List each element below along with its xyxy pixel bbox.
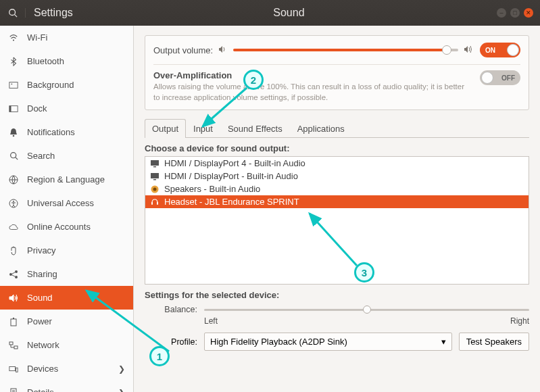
speaker-icon (149, 185, 160, 194)
device-label: Headset - JBL Endurance SPRINT (164, 197, 299, 207)
sidebar-item-label: Universal Access (27, 198, 94, 208)
svg-line-1 (14, 15, 17, 18)
sidebar-item-label: Region & Language (27, 174, 105, 185)
search-button[interactable] (0, 8, 26, 18)
device-item[interactable]: HDMI / DisplayPort 4 - Built-in Audio (145, 157, 529, 170)
selected-settings-label: Settings for the selected device: (145, 290, 529, 300)
monitor-icon (149, 159, 160, 168)
sidebar-item-label: Bluetooth (27, 56, 64, 66)
overamp-toggle[interactable]: OFF (480, 70, 520, 85)
sidebar-item-power[interactable]: Power (0, 310, 133, 333)
overamp-desc: Allows raising the volume above 100%. Th… (153, 82, 472, 103)
svg-point-0 (9, 9, 15, 16)
details-icon (8, 388, 19, 393)
bluetooth-icon (8, 57, 19, 66)
sidebar-item-label: Online Accounts (27, 222, 91, 232)
profile-select[interactable]: High Fidelity Playback (A2DP Sink)▾ (204, 333, 452, 351)
svg-rect-20 (9, 366, 16, 370)
sidebar-item-label: Power (27, 316, 52, 326)
output-volume-slider[interactable] (233, 45, 458, 55)
svg-rect-27 (151, 173, 159, 178)
sound-icon (8, 294, 19, 302)
svg-rect-31 (151, 202, 153, 205)
devices-icon (8, 365, 19, 373)
sidebar-item-background[interactable]: Background (0, 73, 133, 97)
tab-applications[interactable]: Applications (290, 119, 352, 138)
sidebar-item-label: Background (27, 80, 74, 90)
svg-point-4 (11, 83, 13, 84)
svg-point-8 (10, 153, 16, 158)
sidebar-item-universal[interactable]: Universal Access (0, 191, 133, 215)
device-label: HDMI / DisplayPort 4 - Built-in Audio (164, 158, 305, 168)
balance-left-label: Left (204, 316, 510, 326)
svg-point-15 (15, 276, 18, 278)
output-device-list: HDMI / DisplayPort 4 - Built-in Audio HD… (145, 156, 529, 285)
test-speakers-button[interactable]: Test Speakers (459, 333, 529, 351)
output-volume-label: Output volume: (153, 45, 213, 55)
search-icon (8, 151, 19, 160)
close-button[interactable]: ✕ (524, 8, 533, 18)
globe-icon (8, 175, 19, 185)
background-icon (8, 81, 19, 89)
accessibility-icon (8, 199, 19, 208)
svg-point-7 (13, 134, 15, 137)
annotation-3: 3 (354, 262, 374, 283)
speaker-loud-icon (464, 45, 474, 55)
svg-rect-17 (13, 318, 14, 319)
network-icon (8, 341, 19, 349)
svg-rect-25 (151, 160, 159, 166)
sidebar-item-label: Privacy (27, 245, 56, 255)
sidebar-item-bluetooth[interactable]: Bluetooth (0, 49, 133, 73)
hand-icon (8, 246, 19, 255)
device-item[interactable]: Speakers - Built-in Audio (145, 182, 529, 195)
overamp-title: Over-Amplification (153, 70, 472, 80)
svg-line-9 (15, 157, 17, 160)
sidebar-item-wifi[interactable]: Wi-Fi (0, 26, 133, 49)
tab-output[interactable]: Output (145, 119, 186, 138)
page-title: Sound (81, 7, 497, 19)
tab-input[interactable]: Input (186, 119, 220, 138)
speaker-icon (218, 45, 228, 55)
svg-rect-6 (9, 105, 11, 112)
sidebar-item-sound[interactable]: Sound (0, 286, 133, 310)
maximize-button[interactable]: □ (510, 8, 520, 18)
sidebar-item-label: Wi-Fi (27, 32, 47, 43)
sidebar-item-network[interactable]: Network (0, 333, 133, 357)
tabs: Output Input Sound Effects Applications (145, 118, 529, 138)
device-item-selected[interactable]: Headset - JBL Endurance SPRINT (145, 195, 529, 208)
chevron-right-icon: ❯ (118, 388, 125, 393)
sidebar-item-label: Sound (27, 293, 53, 303)
monitor-icon (149, 172, 160, 181)
output-volume-toggle[interactable]: ON (480, 43, 520, 57)
sidebar-item-online[interactable]: Online Accounts (0, 215, 133, 239)
annotation-2: 2 (243, 70, 264, 90)
balance-right-label: Right (510, 316, 529, 326)
minimize-button[interactable]: – (497, 8, 506, 18)
sidebar-item-details[interactable]: Details❯ (0, 381, 133, 392)
svg-point-13 (15, 270, 18, 273)
svg-rect-32 (157, 202, 158, 205)
sidebar-item-region[interactable]: Region & Language (0, 168, 133, 191)
app-title: Settings (26, 7, 81, 19)
sidebar-item-privacy[interactable]: Privacy (0, 239, 133, 262)
sidebar-item-search[interactable]: Search (0, 144, 133, 168)
choose-device-label: Choose a device for sound output: (145, 143, 529, 153)
power-icon (8, 317, 19, 326)
svg-rect-16 (11, 319, 16, 326)
tab-sound-effects[interactable]: Sound Effects (220, 119, 290, 138)
balance-slider[interactable] (204, 303, 529, 316)
device-label: Speakers - Built-in Audio (164, 184, 260, 194)
svg-point-30 (153, 187, 157, 191)
dock-icon (8, 105, 19, 113)
cloud-icon (8, 223, 19, 231)
device-item[interactable]: HDMI / DisplayPort - Built-in Audio (145, 170, 529, 182)
sidebar-item-notifications[interactable]: Notifications (0, 120, 133, 144)
svg-rect-28 (153, 179, 156, 180)
svg-rect-19 (14, 346, 18, 349)
sidebar-item-devices[interactable]: Devices❯ (0, 357, 133, 381)
main-content: Output volume: ON Over-Amplification All… (134, 26, 540, 392)
dropdown-icon: ▾ (441, 337, 446, 347)
sidebar-item-sharing[interactable]: Sharing (0, 262, 133, 286)
svg-point-12 (13, 201, 14, 202)
sidebar-item-dock[interactable]: Dock (0, 97, 133, 120)
